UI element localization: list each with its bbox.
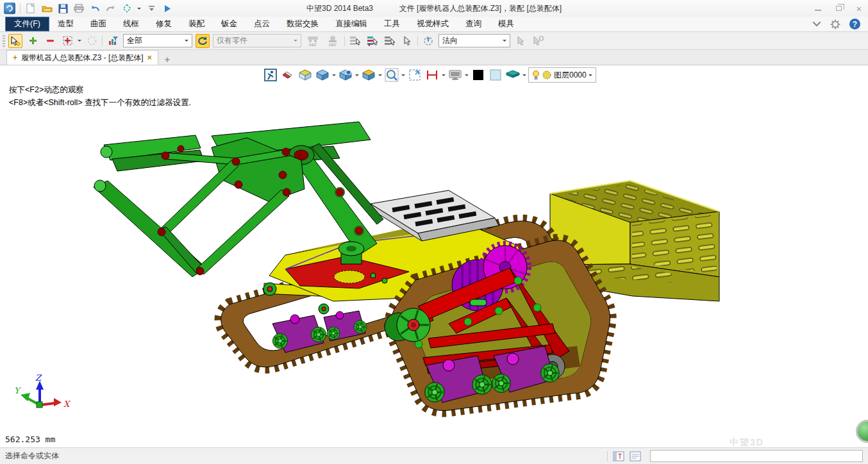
- 3d-model[interactable]: Z Y X: [0, 65, 868, 447]
- restore-icon[interactable]: [836, 6, 842, 11]
- render-display-icon[interactable]: [447, 67, 463, 83]
- filter-combo-caret[interactable]: [185, 40, 188, 44]
- document-tab-active[interactable]: + 履带机器人总装配体.Z3 - [总装配体] ×: [6, 50, 158, 65]
- measure-ruler-caret[interactable]: [442, 74, 446, 78]
- wireframe-box-icon[interactable]: [297, 67, 313, 83]
- def-icon-1[interactable]: DEF: [305, 35, 321, 47]
- tab-repair[interactable]: 修复: [147, 17, 180, 31]
- half-shaded-cube-icon[interactable]: [361, 67, 376, 83]
- pick-settings-disabled-icon[interactable]: [531, 34, 545, 48]
- half-shaded-cube-caret[interactable]: [378, 74, 382, 78]
- tab-shape[interactable]: 造型: [49, 17, 82, 31]
- tab-assembly[interactable]: 装配: [180, 17, 213, 31]
- ribbon-tab-bar: 文件(F) 造型 曲面 线框 修复 装配 钣金 点云 数据交换 直接编辑 工具 …: [0, 17, 868, 32]
- list-pick-1-icon[interactable]: [348, 34, 362, 48]
- tab-close-icon[interactable]: ×: [147, 53, 152, 62]
- layer-combo-caret[interactable]: [588, 74, 592, 78]
- view-mode-icon[interactable]: [121, 3, 133, 14]
- tab-surface[interactable]: 曲面: [82, 17, 115, 31]
- tab-tools[interactable]: 工具: [376, 17, 408, 31]
- edge-color-swatch[interactable]: [471, 67, 486, 83]
- background-color-swatch[interactable]: [488, 67, 503, 83]
- document-title: 文件 [履带机器人总装配体.Z3]，装配 [总装配体]: [399, 4, 562, 13]
- only-parts-caret[interactable]: [294, 40, 297, 44]
- normal-combo-caret[interactable]: [503, 40, 506, 44]
- sync-highlight-icon[interactable]: [196, 34, 210, 48]
- title-bar: 中望3D 2014 Beta3 文件 [履带机器人总装配体.Z3]，装配 [总装…: [0, 0, 868, 17]
- layer-stack-caret[interactable]: [522, 74, 526, 78]
- def-icon-2[interactable]: DEF: [324, 35, 341, 47]
- shaded-cube-icon[interactable]: [315, 67, 330, 83]
- pick-lasso-icon[interactable]: [85, 34, 99, 48]
- tab-data-exchange[interactable]: 数据交换: [278, 17, 327, 31]
- format-panel-icon[interactable]: T: [613, 451, 624, 461]
- quick-access-toolbar: [4, 3, 173, 14]
- app-logo-icon[interactable]: [4, 3, 15, 14]
- normal-combo-value: 法向: [442, 35, 458, 46]
- tab-inquire[interactable]: 查询: [457, 17, 490, 31]
- pick-box-icon[interactable]: [60, 34, 74, 48]
- new-tab-button[interactable]: +: [158, 54, 176, 65]
- tab-direct-edit[interactable]: 直接编辑: [327, 17, 376, 31]
- redo-icon[interactable]: [105, 3, 117, 14]
- render-display-caret[interactable]: [465, 74, 469, 78]
- measure-ruler-icon[interactable]: [424, 67, 440, 83]
- light-bulb-icon[interactable]: [532, 70, 540, 80]
- new-file-icon[interactable]: [25, 3, 37, 14]
- zoom-fit-icon[interactable]: [407, 67, 422, 83]
- tab-point-cloud[interactable]: 点云: [246, 17, 278, 31]
- pick-box-caret[interactable]: [78, 40, 81, 44]
- orient-normal-icon[interactable]: [421, 34, 435, 48]
- erase-icon[interactable]: [280, 67, 296, 83]
- collapse-toolbar-icon[interactable]: [146, 3, 157, 14]
- zoom-window-caret[interactable]: [401, 74, 405, 78]
- view-mode-caret[interactable]: [137, 8, 141, 12]
- normal-combo[interactable]: 法向: [438, 34, 510, 47]
- tab-wireframe[interactable]: 线框: [115, 17, 147, 31]
- list-pick-2-icon[interactable]: [365, 34, 380, 48]
- tab-visual-style[interactable]: 视觉样式: [408, 17, 457, 31]
- gear-icon[interactable]: [830, 19, 840, 29]
- status-message: 选择命令或实体: [5, 451, 59, 461]
- document-tab-bar: + 履带机器人总装配体.Z3 - [总装配体] × +: [0, 50, 868, 65]
- section-cube-caret[interactable]: [355, 74, 359, 78]
- status-bar: 选择命令或实体 T: [0, 447, 868, 464]
- tab-expand-icon[interactable]: +: [13, 53, 17, 62]
- selection-toolbar: 全部 仅有零件 DEF DEF 法向: [0, 32, 868, 50]
- ribbon-collapse-icon[interactable]: [812, 21, 821, 28]
- save-icon[interactable]: [57, 3, 69, 14]
- select-cursor-icon[interactable]: [8, 34, 22, 48]
- minimize-icon[interactable]: [815, 6, 821, 11]
- section-cube-icon[interactable]: [338, 67, 353, 83]
- cursor-icon[interactable]: [400, 34, 414, 48]
- exit-icon[interactable]: [263, 67, 278, 83]
- coordinate-triad: Z Y X: [14, 373, 71, 409]
- tab-file[interactable]: 文件(F): [5, 17, 49, 31]
- print-icon[interactable]: [73, 3, 85, 14]
- layer-combo-value[interactable]: 图层0000: [554, 70, 587, 81]
- remove-entity-icon[interactable]: [43, 34, 57, 48]
- list-pick-3-icon[interactable]: [383, 34, 397, 48]
- tab-mold[interactable]: 模具: [490, 17, 522, 31]
- pick-disabled-icon[interactable]: [513, 34, 528, 48]
- toolbar-grip[interactable]: [3, 35, 5, 47]
- only-parts-field[interactable]: 仅有零件: [213, 34, 301, 47]
- add-entity-icon[interactable]: [26, 34, 40, 48]
- shaded-cube-caret[interactable]: [332, 74, 336, 78]
- status-input[interactable]: [650, 450, 863, 462]
- filter-icon[interactable]: [106, 34, 120, 48]
- gripper[interactable]: [94, 135, 305, 277]
- tab-sheet-metal[interactable]: 钣金: [213, 17, 246, 31]
- layer-stack-icon[interactable]: [505, 67, 521, 83]
- notes-panel-icon[interactable]: [630, 451, 641, 461]
- graphics-viewport[interactable]: 图层0000 按下<F2>动态的观察 <F8>或者<Shift-roll> 查找…: [0, 65, 868, 447]
- divider: [20, 3, 21, 13]
- open-file-icon[interactable]: [41, 3, 53, 14]
- close-icon[interactable]: ×: [854, 4, 864, 13]
- start-icon[interactable]: [162, 3, 173, 14]
- layer-color-icon[interactable]: [542, 70, 552, 80]
- zoom-window-icon[interactable]: [384, 67, 399, 83]
- filter-combo[interactable]: 全部: [123, 34, 192, 47]
- undo-icon[interactable]: [89, 3, 101, 14]
- help-icon[interactable]: ?: [849, 19, 860, 29]
